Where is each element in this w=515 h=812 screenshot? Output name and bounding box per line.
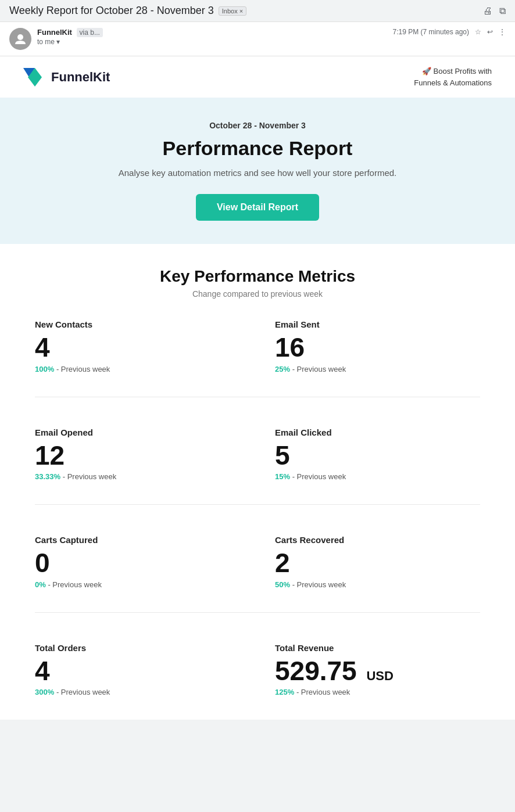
recipient: to me ▾ <box>37 38 103 46</box>
star-icon[interactable]: ☆ <box>475 28 481 36</box>
metric-change-carts-recovered: 50% - Previous week <box>275 580 480 589</box>
metric-carts-captured: Carts Captured 0 0% - Previous week <box>35 535 240 589</box>
metric-value-email-opened: 12 <box>35 441 240 470</box>
metrics-subtitle: Change compared to previous week <box>35 289 480 299</box>
metric-total-orders: Total Orders 4 300% - Previous week <box>35 643 240 697</box>
logo-icon <box>23 68 48 87</box>
metric-change-new-contacts: 100% - Previous week <box>35 365 240 373</box>
sender-info: FunnelKit via b... to me ▾ <box>9 28 103 50</box>
gmail-header: Weekly Report for October 28 - November … <box>0 0 515 22</box>
metric-change-total-orders: 300% - Previous week <box>35 688 240 696</box>
metric-carts-recovered: Carts Recovered 2 50% - Previous week <box>275 535 480 589</box>
metrics-divider-2 <box>35 504 480 505</box>
metric-value-total-orders: 4 <box>35 656 240 686</box>
brand-name: FunnelKit <box>51 70 110 85</box>
metric-email-sent: Email Sent 16 25% - Previous week <box>275 319 480 373</box>
metric-change-total-revenue: 125% - Previous week <box>275 688 480 696</box>
brand-bar: FunnelKit 🚀 Boost Profits withFunnels & … <box>0 56 515 98</box>
reply-icon[interactable]: ↩ <box>487 28 493 36</box>
currency-label: USD <box>366 669 393 683</box>
report-title: Performance Report <box>35 137 480 160</box>
metric-email-opened: Email Opened 12 33.33% - Previous week <box>35 427 240 482</box>
svg-point-0 <box>17 34 23 40</box>
metric-value-email-clicked: 5 <box>275 441 480 470</box>
metric-total-revenue: Total Revenue 529.75 USD 125% - Previous… <box>275 643 480 697</box>
metric-label-email-opened: Email Opened <box>35 427 240 437</box>
email-timestamp-area: 7:19 PM (7 minutes ago) ☆ ↩ ⋮ <box>393 28 506 36</box>
sender-via: via b... <box>77 28 103 37</box>
metric-email-clicked: Email Clicked 5 15% - Previous week <box>275 427 480 482</box>
more-options-icon[interactable]: ⋮ <box>499 28 506 36</box>
metric-change-email-clicked: 15% - Previous week <box>275 472 480 481</box>
metrics-title: Key Performance Metrics <box>35 267 480 286</box>
header-action-icons: 🖨 ⧉ <box>483 6 506 16</box>
metric-label-total-orders: Total Orders <box>35 643 240 653</box>
report-subtitle: Analyse key automation metrics and see h… <box>35 168 480 178</box>
metric-change-email-opened: 33.33% - Previous week <box>35 472 240 481</box>
metric-label-total-revenue: Total Revenue <box>275 643 480 653</box>
metric-value-carts-recovered: 2 <box>275 548 480 578</box>
print-icon[interactable]: 🖨 <box>483 6 492 16</box>
open-external-icon[interactable]: ⧉ <box>499 6 506 16</box>
rocket-icon: 🚀 <box>422 67 431 76</box>
metric-label-new-contacts: New Contacts <box>35 319 240 329</box>
email-meta-bar: FunnelKit via b... to me ▾ 7:19 PM (7 mi… <box>0 22 515 56</box>
email-body: FunnelKit 🚀 Boost Profits withFunnels & … <box>0 56 515 720</box>
metric-label-email-sent: Email Sent <box>275 319 480 329</box>
metric-label-carts-recovered: Carts Recovered <box>275 535 480 545</box>
metrics-divider-1 <box>35 397 480 397</box>
email-subject: Weekly Report for October 28 - November … <box>9 5 246 17</box>
avatar <box>9 28 31 50</box>
metric-label-email-clicked: Email Clicked <box>275 427 480 437</box>
metric-value-total-revenue: 529.75 USD <box>275 656 480 686</box>
sender-name: FunnelKit <box>37 28 72 37</box>
metrics-divider-3 <box>35 612 480 613</box>
metric-new-contacts: New Contacts 4 100% - Previous week <box>35 319 240 373</box>
report-date-range: October 28 - November 3 <box>35 121 480 130</box>
metrics-section: Key Performance Metrics Change compared … <box>0 244 515 720</box>
metric-value-new-contacts: 4 <box>35 333 240 362</box>
metric-change-email-sent: 25% - Previous week <box>275 365 480 373</box>
boost-tagline: 🚀 Boost Profits withFunnels & Automation… <box>414 66 492 88</box>
hero-section: October 28 - November 3 Performance Repo… <box>0 98 515 244</box>
subject-text: Weekly Report for October 28 - November … <box>9 5 214 17</box>
metrics-grid: New Contacts 4 100% - Previous week Emai… <box>35 319 480 696</box>
metric-value-email-sent: 16 <box>275 333 480 362</box>
view-detail-report-button[interactable]: View Detail Report <box>196 194 319 221</box>
logo-area: FunnelKit <box>23 68 110 87</box>
metric-change-carts-captured: 0% - Previous week <box>35 580 240 589</box>
timestamp: 7:19 PM (7 minutes ago) <box>393 28 469 36</box>
metric-label-carts-captured: Carts Captured <box>35 535 240 545</box>
metric-value-carts-captured: 0 <box>35 548 240 578</box>
inbox-tag[interactable]: Inbox × <box>219 6 246 16</box>
